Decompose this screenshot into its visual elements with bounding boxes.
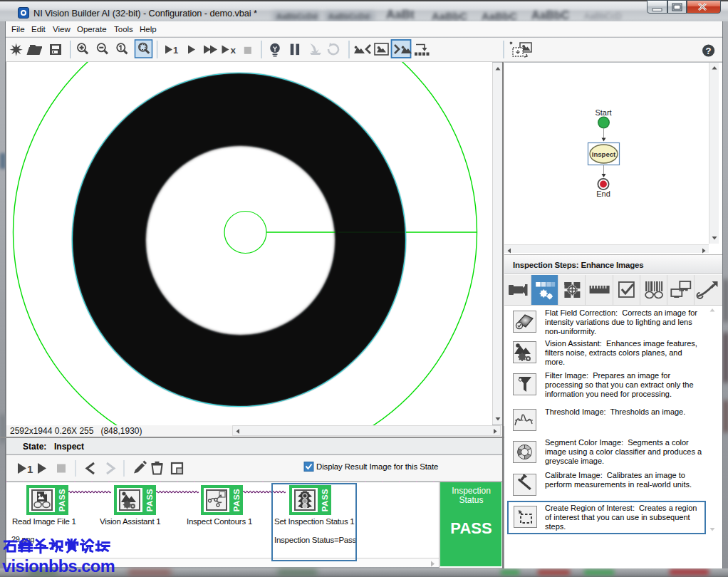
svg-text:Display Result Image for this: Display Result Image for this State bbox=[316, 462, 438, 471]
svg-text:1: 1 bbox=[173, 45, 178, 56]
svg-text:x: x bbox=[231, 45, 236, 56]
svg-text:End: End bbox=[596, 189, 610, 198]
svg-text:?: ? bbox=[706, 46, 712, 56]
svg-text:1: 1 bbox=[27, 463, 33, 475]
svg-text:Start: Start bbox=[595, 108, 611, 117]
svg-text:Inspect: Inspect bbox=[592, 150, 616, 158]
